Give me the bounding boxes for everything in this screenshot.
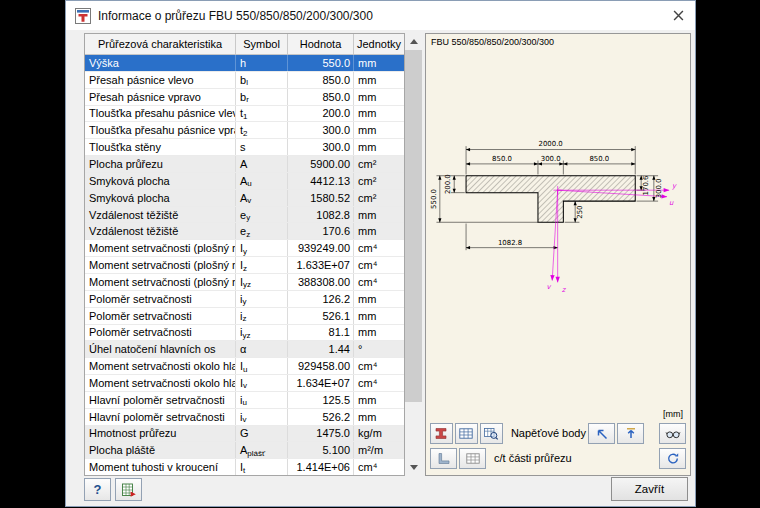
cell-symbol: G	[236, 426, 288, 442]
ct-parts-label: c/t části průřezu	[494, 452, 572, 464]
arrow-up-left-icon	[594, 427, 610, 440]
cell-value: 388308.00	[288, 274, 354, 290]
cell-symbol: ez	[236, 223, 288, 239]
cell-value: 526.2	[288, 409, 354, 425]
cell-characteristic: Smyková plocha	[85, 173, 236, 189]
cell-unit: cm⁴	[354, 358, 404, 374]
table-row[interactable]: Plocha průřezu A 5900.00 cm²	[85, 156, 404, 173]
cell-value: 5.100	[288, 442, 354, 458]
magnifier-table-icon	[483, 427, 499, 440]
cell-unit: mm	[354, 291, 404, 307]
cell-characteristic: Moment setrvačnosti okolo hlavní osy	[85, 358, 236, 374]
table-row[interactable]: Moment setrvačnosti okolo hlavní osy Iv …	[85, 375, 404, 392]
cell-symbol: br	[236, 89, 288, 105]
view-details-button[interactable]	[659, 423, 686, 444]
cell-symbol: t1	[236, 106, 288, 122]
table-row[interactable]: Hlavní poloměr setrvačnosti iu 125.5 mm	[85, 392, 404, 409]
cell-value: 81.1	[288, 325, 354, 341]
cell-characteristic: Moment setrvačnosti (plošný moment	[85, 274, 236, 290]
table-row[interactable]: Moment setrvačnosti (plošný moment Iz 1.…	[85, 257, 404, 274]
table-icon	[458, 427, 474, 440]
table-row[interactable]: Úhel natočení hlavních os α 1.44 °	[85, 341, 404, 358]
cell-value: 1.414E+06	[288, 459, 354, 475]
header-value: Hodnota	[288, 34, 354, 54]
svg-text:z: z	[562, 286, 567, 294]
table-row[interactable]: Moment tuhosti v kroucení It 1.414E+06 c…	[85, 459, 404, 476]
table-body: Výška h 550.0 mm Přesah pásnice vlevo bl…	[85, 55, 404, 476]
reset-view-button[interactable]	[617, 423, 644, 444]
table-row[interactable]: Hlavní poloměr setrvačnosti iv 526.2 mm	[85, 409, 404, 426]
circular-arrow-icon	[665, 452, 681, 465]
cell-symbol: Av	[236, 190, 288, 206]
help-button[interactable]: ?	[84, 478, 111, 501]
titlebar[interactable]: Informace o průřezu FBU 550/850/850/200/…	[66, 1, 695, 30]
stress-points-details-button[interactable]	[480, 423, 503, 444]
cell-value: 939249.00	[288, 240, 354, 256]
cell-unit: mm	[354, 72, 404, 88]
ct-parts-table-button[interactable]	[459, 448, 486, 469]
table-row[interactable]: Tloušťka přesahu pásnice vlevo t1 200.0 …	[85, 106, 404, 123]
scroll-down-icon[interactable]	[405, 459, 422, 476]
table-row[interactable]: Smyková plocha Au 4412.13 cm²	[85, 173, 404, 190]
cell-characteristic: Vzdálenost těžiště	[85, 223, 236, 239]
cell-characteristic: Hlavní poloměr setrvačnosti	[85, 392, 236, 408]
svg-text:170.6: 170.6	[642, 176, 650, 196]
cell-symbol: iv	[236, 409, 288, 425]
cell-characteristic: Moment setrvačnosti (plošný moment	[85, 257, 236, 273]
table-row[interactable]: Poloměr setrvačnosti iyz 81.1 mm	[85, 325, 404, 342]
cell-symbol: Aplášť	[236, 442, 288, 458]
table-row[interactable]: Hmotnost průřezu G 1475.0 kg/m	[85, 426, 404, 443]
svg-text:850.0: 850.0	[589, 155, 609, 163]
table-row[interactable]: Poloměr setrvačnosti iy 126.2 mm	[85, 291, 404, 308]
cell-characteristic: Přesah pásnice vlevo	[85, 72, 236, 88]
table-row[interactable]: Moment setrvačnosti (plošný moment Iyz 3…	[85, 274, 404, 291]
cell-characteristic: Poloměr setrvačnosti	[85, 291, 236, 307]
svg-text:850.0: 850.0	[492, 155, 512, 163]
stress-points-table-button[interactable]	[455, 423, 478, 444]
close-icon[interactable]	[661, 1, 695, 30]
svg-text:2000.0: 2000.0	[539, 140, 563, 148]
header-symbol: Symbol	[236, 34, 288, 54]
svg-text:300.0: 300.0	[541, 155, 561, 163]
cell-value: 850.0	[288, 89, 354, 105]
cell-unit: mm	[354, 106, 404, 122]
ct-parts-graphic-button[interactable]	[430, 448, 457, 469]
cell-characteristic: Smyková plocha	[85, 190, 236, 206]
scroll-up-icon[interactable]	[405, 33, 422, 50]
table-row[interactable]: Přesah pásnice vpravo br 850.0 mm	[85, 89, 404, 106]
table-row[interactable]: Poloměr setrvačnosti iz 526.1 mm	[85, 308, 404, 325]
svg-text:1082.8: 1082.8	[498, 239, 522, 247]
l-profile-icon	[436, 452, 452, 465]
cell-unit: mm	[354, 223, 404, 239]
section-graphic-button[interactable]	[430, 423, 453, 444]
table-row[interactable]: Smyková plocha Av 1580.52 cm²	[85, 190, 404, 207]
cell-unit: mm	[354, 89, 404, 105]
cell-unit: °	[354, 341, 404, 357]
refresh-view-button[interactable]	[659, 448, 686, 469]
cell-symbol: h	[236, 55, 288, 71]
cell-value: 929458.00	[288, 358, 354, 374]
dialog-icon	[75, 8, 91, 24]
svg-text:200.0: 200.0	[444, 174, 452, 194]
table-scrollbar[interactable]	[405, 33, 422, 476]
cell-unit: cm²	[354, 173, 404, 189]
cell-symbol: A	[236, 156, 288, 172]
export-table-button[interactable]	[115, 478, 142, 501]
close-dialog-button[interactable]: Zavřít	[611, 477, 688, 501]
table-row[interactable]: Plocha pláště Aplášť 5.100 m²/m	[85, 442, 404, 459]
cell-symbol: iz	[236, 308, 288, 324]
table-row[interactable]: Vzdálenost těžiště ez 170.6 mm	[85, 223, 404, 240]
table-row[interactable]: Přesah pásnice vlevo bl 850.0 mm	[85, 72, 404, 89]
table-row[interactable]: Vzdálenost těžiště ey 1082.8 mm	[85, 207, 404, 224]
pan-view-button[interactable]	[588, 423, 615, 444]
table-row[interactable]: Moment setrvačnosti (plošný moment Iy 93…	[85, 240, 404, 257]
cell-symbol: Iyz	[236, 274, 288, 290]
table-row[interactable]: Tloušťka stěny s 300.0 mm	[85, 139, 404, 156]
cell-value: 4412.13	[288, 173, 354, 189]
cell-characteristic: Vzdálenost těžiště	[85, 207, 236, 223]
scrollbar-thumb[interactable]	[405, 50, 422, 402]
table-row[interactable]: Moment setrvačnosti okolo hlavní osy Iu …	[85, 358, 404, 375]
cell-symbol: t2	[236, 122, 288, 138]
table-row[interactable]: Tloušťka přesahu pásnice vpravo t2 300.0…	[85, 122, 404, 139]
table-row[interactable]: Výška h 550.0 mm	[85, 55, 404, 72]
